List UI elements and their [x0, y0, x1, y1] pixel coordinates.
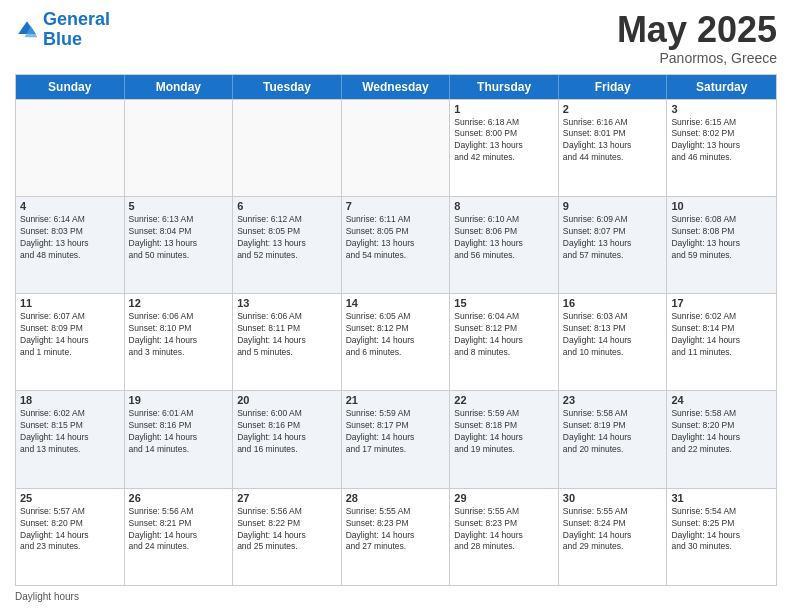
- subtitle: Panormos, Greece: [617, 50, 777, 66]
- calendar-cell: 24Sunrise: 5:58 AM Sunset: 8:20 PM Dayli…: [667, 391, 776, 487]
- calendar-cell: 11Sunrise: 6:07 AM Sunset: 8:09 PM Dayli…: [16, 294, 125, 390]
- day-info: Sunrise: 6:12 AM Sunset: 8:05 PM Dayligh…: [237, 214, 337, 262]
- day-number: 13: [237, 297, 337, 309]
- calendar-row: 1Sunrise: 6:18 AM Sunset: 8:00 PM Daylig…: [16, 99, 776, 196]
- day-number: 9: [563, 200, 663, 212]
- day-info: Sunrise: 6:10 AM Sunset: 8:06 PM Dayligh…: [454, 214, 554, 262]
- day-number: 16: [563, 297, 663, 309]
- cal-header-day: Thursday: [450, 75, 559, 99]
- calendar-cell: 29Sunrise: 5:55 AM Sunset: 8:23 PM Dayli…: [450, 489, 559, 585]
- calendar-cell: 21Sunrise: 5:59 AM Sunset: 8:17 PM Dayli…: [342, 391, 451, 487]
- day-info: Sunrise: 5:58 AM Sunset: 8:19 PM Dayligh…: [563, 408, 663, 456]
- calendar-row: 4Sunrise: 6:14 AM Sunset: 8:03 PM Daylig…: [16, 196, 776, 293]
- day-info: Sunrise: 5:59 AM Sunset: 8:18 PM Dayligh…: [454, 408, 554, 456]
- day-info: Sunrise: 5:58 AM Sunset: 8:20 PM Dayligh…: [671, 408, 772, 456]
- day-number: 21: [346, 394, 446, 406]
- footer: Daylight hours: [15, 591, 777, 602]
- day-number: 24: [671, 394, 772, 406]
- day-info: Sunrise: 5:54 AM Sunset: 8:25 PM Dayligh…: [671, 506, 772, 554]
- calendar-cell: 16Sunrise: 6:03 AM Sunset: 8:13 PM Dayli…: [559, 294, 668, 390]
- cal-header-day: Sunday: [16, 75, 125, 99]
- day-info: Sunrise: 6:00 AM Sunset: 8:16 PM Dayligh…: [237, 408, 337, 456]
- day-number: 8: [454, 200, 554, 212]
- calendar-cell: [16, 100, 125, 196]
- day-info: Sunrise: 6:15 AM Sunset: 8:02 PM Dayligh…: [671, 117, 772, 165]
- day-number: 2: [563, 103, 663, 115]
- calendar-cell: 13Sunrise: 6:06 AM Sunset: 8:11 PM Dayli…: [233, 294, 342, 390]
- day-info: Sunrise: 6:08 AM Sunset: 8:08 PM Dayligh…: [671, 214, 772, 262]
- day-info: Sunrise: 5:59 AM Sunset: 8:17 PM Dayligh…: [346, 408, 446, 456]
- day-number: 11: [20, 297, 120, 309]
- day-info: Sunrise: 6:05 AM Sunset: 8:12 PM Dayligh…: [346, 311, 446, 359]
- calendar-cell: [342, 100, 451, 196]
- calendar-cell: 7Sunrise: 6:11 AM Sunset: 8:05 PM Daylig…: [342, 197, 451, 293]
- logo-line1: General: [43, 9, 110, 29]
- cal-header-day: Tuesday: [233, 75, 342, 99]
- day-number: 3: [671, 103, 772, 115]
- day-info: Sunrise: 6:14 AM Sunset: 8:03 PM Dayligh…: [20, 214, 120, 262]
- day-info: Sunrise: 6:07 AM Sunset: 8:09 PM Dayligh…: [20, 311, 120, 359]
- day-number: 1: [454, 103, 554, 115]
- day-number: 27: [237, 492, 337, 504]
- calendar-cell: 8Sunrise: 6:10 AM Sunset: 8:06 PM Daylig…: [450, 197, 559, 293]
- calendar-cell: 22Sunrise: 5:59 AM Sunset: 8:18 PM Dayli…: [450, 391, 559, 487]
- calendar-cell: 17Sunrise: 6:02 AM Sunset: 8:14 PM Dayli…: [667, 294, 776, 390]
- cal-header-day: Friday: [559, 75, 668, 99]
- calendar-row: 18Sunrise: 6:02 AM Sunset: 8:15 PM Dayli…: [16, 390, 776, 487]
- day-number: 19: [129, 394, 229, 406]
- calendar-row: 25Sunrise: 5:57 AM Sunset: 8:20 PM Dayli…: [16, 488, 776, 585]
- day-number: 26: [129, 492, 229, 504]
- calendar-cell: 5Sunrise: 6:13 AM Sunset: 8:04 PM Daylig…: [125, 197, 234, 293]
- calendar-cell: 25Sunrise: 5:57 AM Sunset: 8:20 PM Dayli…: [16, 489, 125, 585]
- day-number: 12: [129, 297, 229, 309]
- logo-icon: [15, 18, 39, 42]
- day-number: 30: [563, 492, 663, 504]
- day-info: Sunrise: 6:02 AM Sunset: 8:14 PM Dayligh…: [671, 311, 772, 359]
- day-number: 6: [237, 200, 337, 212]
- logo: General Blue: [15, 10, 110, 50]
- calendar-cell: 9Sunrise: 6:09 AM Sunset: 8:07 PM Daylig…: [559, 197, 668, 293]
- day-info: Sunrise: 6:18 AM Sunset: 8:00 PM Dayligh…: [454, 117, 554, 165]
- day-number: 28: [346, 492, 446, 504]
- day-number: 15: [454, 297, 554, 309]
- calendar-cell: 4Sunrise: 6:14 AM Sunset: 8:03 PM Daylig…: [16, 197, 125, 293]
- calendar-cell: 10Sunrise: 6:08 AM Sunset: 8:08 PM Dayli…: [667, 197, 776, 293]
- day-number: 7: [346, 200, 446, 212]
- calendar-cell: 1Sunrise: 6:18 AM Sunset: 8:00 PM Daylig…: [450, 100, 559, 196]
- day-number: 5: [129, 200, 229, 212]
- day-info: Sunrise: 5:55 AM Sunset: 8:23 PM Dayligh…: [346, 506, 446, 554]
- day-info: Sunrise: 6:06 AM Sunset: 8:10 PM Dayligh…: [129, 311, 229, 359]
- calendar-cell: 14Sunrise: 6:05 AM Sunset: 8:12 PM Dayli…: [342, 294, 451, 390]
- calendar-cell: 3Sunrise: 6:15 AM Sunset: 8:02 PM Daylig…: [667, 100, 776, 196]
- day-number: 14: [346, 297, 446, 309]
- calendar-cell: 6Sunrise: 6:12 AM Sunset: 8:05 PM Daylig…: [233, 197, 342, 293]
- calendar-row: 11Sunrise: 6:07 AM Sunset: 8:09 PM Dayli…: [16, 293, 776, 390]
- day-info: Sunrise: 6:03 AM Sunset: 8:13 PM Dayligh…: [563, 311, 663, 359]
- page: General Blue May 2025 Panormos, Greece S…: [0, 0, 792, 612]
- calendar-cell: 28Sunrise: 5:55 AM Sunset: 8:23 PM Dayli…: [342, 489, 451, 585]
- calendar-cell: 18Sunrise: 6:02 AM Sunset: 8:15 PM Dayli…: [16, 391, 125, 487]
- day-info: Sunrise: 5:56 AM Sunset: 8:21 PM Dayligh…: [129, 506, 229, 554]
- day-number: 17: [671, 297, 772, 309]
- day-number: 25: [20, 492, 120, 504]
- calendar-cell: 27Sunrise: 5:56 AM Sunset: 8:22 PM Dayli…: [233, 489, 342, 585]
- cal-header-day: Wednesday: [342, 75, 451, 99]
- calendar-cell: 15Sunrise: 6:04 AM Sunset: 8:12 PM Dayli…: [450, 294, 559, 390]
- day-number: 22: [454, 394, 554, 406]
- day-info: Sunrise: 5:55 AM Sunset: 8:23 PM Dayligh…: [454, 506, 554, 554]
- day-info: Sunrise: 6:01 AM Sunset: 8:16 PM Dayligh…: [129, 408, 229, 456]
- logo-line2: Blue: [43, 29, 82, 49]
- calendar-cell: [125, 100, 234, 196]
- day-number: 29: [454, 492, 554, 504]
- calendar-cell: 26Sunrise: 5:56 AM Sunset: 8:21 PM Dayli…: [125, 489, 234, 585]
- cal-header-day: Saturday: [667, 75, 776, 99]
- calendar-cell: [233, 100, 342, 196]
- logo-text: General Blue: [43, 10, 110, 50]
- day-number: 31: [671, 492, 772, 504]
- main-title: May 2025: [617, 10, 777, 50]
- day-info: Sunrise: 6:02 AM Sunset: 8:15 PM Dayligh…: [20, 408, 120, 456]
- day-number: 18: [20, 394, 120, 406]
- calendar-cell: 23Sunrise: 5:58 AM Sunset: 8:19 PM Dayli…: [559, 391, 668, 487]
- calendar: SundayMondayTuesdayWednesdayThursdayFrid…: [15, 74, 777, 586]
- day-number: 10: [671, 200, 772, 212]
